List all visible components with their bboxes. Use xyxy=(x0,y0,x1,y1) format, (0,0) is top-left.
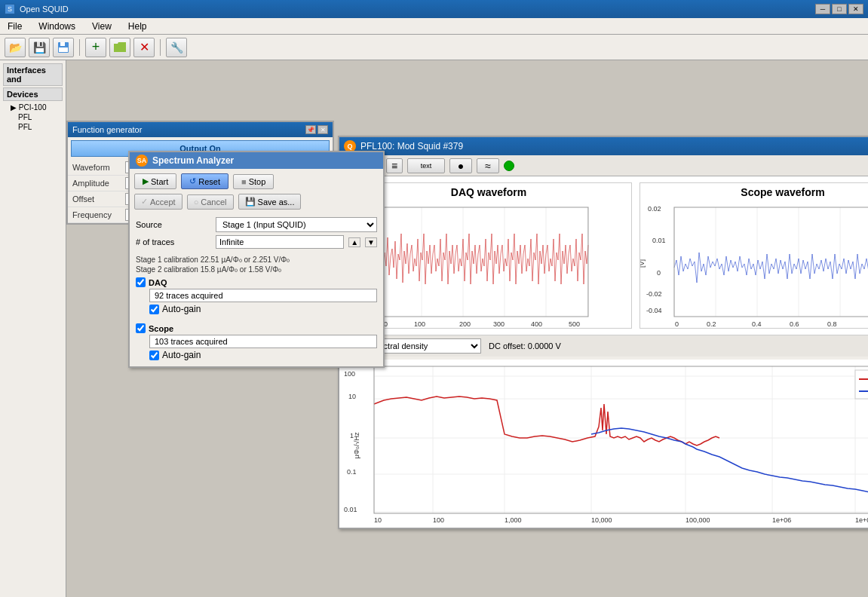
open-button[interactable]: 📂 xyxy=(5,38,26,57)
svg-text:0.4: 0.4 xyxy=(752,320,762,328)
spectrum-chart-area: 100 10 1 0.1 0.01 µΦ₀/√Hz 10 100 1,000 1… xyxy=(339,360,868,528)
close-button[interactable]: ✕ xyxy=(848,4,863,14)
menu-file[interactable]: File xyxy=(3,20,26,32)
daq-autogain-checkbox[interactable] xyxy=(149,305,159,314)
panel-controls[interactable]: 📌 ✕ xyxy=(305,125,328,134)
function-generator-title-bar: Function generator 📌 ✕ xyxy=(68,122,333,137)
daq-label: DAQ xyxy=(149,278,167,287)
spectrum-scope-line xyxy=(591,428,868,500)
scope-waveform-chart: Scope waveform 0.02 0.01 0 -0.02 -0.04 [… xyxy=(639,182,868,329)
svg-text:0.6: 0.6 xyxy=(790,320,799,328)
dc-offset-label: DC offset: 0.0000 V xyxy=(489,341,561,351)
tree-item-pfl1[interactable]: PFL xyxy=(9,112,63,122)
stop-button[interactable]: ■ Stop xyxy=(233,174,274,189)
pfl-btn6[interactable]: ≈ xyxy=(477,158,499,173)
svg-text:10: 10 xyxy=(374,516,382,524)
svg-text:-0.02: -0.02 xyxy=(646,290,662,298)
folder-button[interactable] xyxy=(109,38,130,57)
device-tree: ▶ PCI-100 PFL PFL xyxy=(3,103,63,132)
source-label: Source xyxy=(136,220,211,229)
daq-checkbox[interactable] xyxy=(136,277,146,287)
svg-text:100,000: 100,000 xyxy=(686,516,710,524)
stage1-calib: Stage 1 calibration 22.51 µA/Φ₀ or 2.251… xyxy=(130,255,383,265)
sa-form: Source Stage 1 (Input SQUID) # of traces… xyxy=(130,214,383,255)
pfl-btn5[interactable]: ● xyxy=(449,158,472,173)
folder-icon xyxy=(113,41,127,54)
menu-windows[interactable]: Windows xyxy=(34,20,80,32)
frequency-label: Frequency xyxy=(72,210,125,219)
panel-close-button[interactable]: ✕ xyxy=(317,125,328,134)
pfl-btn3[interactable]: ≡ xyxy=(386,158,403,173)
svg-text:0.8: 0.8 xyxy=(827,320,837,328)
delete-button[interactable]: ✕ xyxy=(133,38,155,57)
svg-text:1,000: 1,000 xyxy=(505,516,522,524)
pfl-toolbar: ⟵ ● ≡ text ● ≈ xyxy=(339,155,868,176)
panel-pin-button[interactable]: 📌 xyxy=(305,125,316,134)
stage1-calib-value: 22.51 µA/Φ₀ or 2.251 V/Φ₀ xyxy=(201,256,290,264)
accept-button[interactable]: ✓ Accept xyxy=(134,194,182,210)
scope-status: 103 traces acquired xyxy=(149,335,377,348)
traces-spinner-down[interactable]: ▼ xyxy=(365,237,377,247)
start-icon: ▶ xyxy=(143,176,149,186)
devices-header: Devices xyxy=(3,87,63,101)
svg-text:0: 0 xyxy=(657,269,661,277)
settings-button[interactable]: 🔧 xyxy=(166,38,187,57)
cancel-label: Cancel xyxy=(201,197,226,207)
pfl-window: Q PFL100: Mod Squid #379 ─ □ ✕ ⟵ ● ≡ tex… xyxy=(338,136,868,529)
traces-spinner-up[interactable]: ▲ xyxy=(348,237,360,247)
minimize-button[interactable]: ─ xyxy=(815,4,830,14)
daq-waveform-svg: 0.008 0.006 0.004 0.002 0 -0.002 -0.004 … xyxy=(346,200,603,328)
reset-button[interactable]: ↺ Reset xyxy=(181,173,229,189)
tree-item-pci[interactable]: ▶ PCI-100 xyxy=(9,103,63,112)
svg-rect-1 xyxy=(60,42,65,46)
svg-text:0: 0 xyxy=(675,320,679,328)
content-area: Function generator 📌 ✕ Output On Wavefor… xyxy=(66,60,868,597)
scope-autogain-checkbox[interactable] xyxy=(149,351,159,360)
pfl-title: PFL100: Mod Squid #379 xyxy=(360,141,463,152)
daq-autogain-row: Auto-gain xyxy=(149,304,377,314)
title-bar: S Open SQUID ─ □ ✕ xyxy=(0,0,868,18)
save-as-button[interactable]: 💾 Save as... xyxy=(238,194,302,210)
svg-text:[V]: [V] xyxy=(640,259,646,268)
accept-icon: ✓ xyxy=(141,197,148,207)
amplitude-label: Amplitude xyxy=(72,179,125,188)
maximize-button[interactable]: □ xyxy=(832,4,847,14)
devices-label: Devices xyxy=(7,90,38,99)
daq-autogain-label: Auto-gain xyxy=(162,304,201,314)
spectrum-title: Spectrum Analyzer xyxy=(152,155,234,166)
pfl-btn4[interactable]: text xyxy=(407,158,445,173)
scope-checkbox[interactable] xyxy=(136,323,146,333)
scope-waveform-svg: 0.02 0.01 0 -0.02 -0.04 [V] 0 0.2 0.4 0.… xyxy=(640,200,868,328)
save-alt-button[interactable] xyxy=(53,38,74,57)
svg-text:10,000: 10,000 xyxy=(591,516,612,524)
stop-label: Stop xyxy=(249,177,266,186)
save-as-label: Save as... xyxy=(258,197,295,207)
traces-input[interactable] xyxy=(216,235,344,249)
svg-text:100: 100 xyxy=(433,516,444,524)
tree-item-pfl2[interactable]: PFL xyxy=(9,122,63,132)
cancel-button[interactable]: ○ Cancel xyxy=(187,194,234,210)
function-generator-title: Function generator xyxy=(72,125,142,134)
toolbar: 📂 💾 + ✕ 🔧 xyxy=(0,35,868,60)
scope-label: Scope xyxy=(149,324,173,333)
start-button[interactable]: ▶ Start xyxy=(134,173,176,189)
scope-waveform-line xyxy=(674,253,868,283)
traces-label: # of traces xyxy=(136,237,211,246)
window-controls[interactable]: ─ □ ✕ xyxy=(815,4,863,14)
svg-text:400: 400 xyxy=(531,320,542,328)
traces-row: # of traces ▲ ▼ xyxy=(136,235,377,249)
reset-label: Reset xyxy=(198,177,220,186)
app-icon: S xyxy=(5,4,15,14)
menu-view[interactable]: View xyxy=(87,20,116,32)
save-button[interactable]: 💾 xyxy=(29,38,50,57)
waveform-label: Waveform xyxy=(72,163,125,172)
menu-bar: File Windows View Help xyxy=(0,18,868,35)
source-select[interactable]: Stage 1 (Input SQUID) xyxy=(216,217,377,232)
add-button[interactable]: + xyxy=(85,38,106,57)
sa-actions-toolbar: ✓ Accept ○ Cancel 💾 Save as... xyxy=(130,194,383,214)
menu-help[interactable]: Help xyxy=(124,20,152,32)
daq-waveform-line xyxy=(380,234,588,284)
stage2-calib-label: Stage 2 calibration xyxy=(136,265,198,274)
save-as-icon: 💾 xyxy=(245,197,256,207)
spectrum-chart-svg: 100 10 1 0.1 0.01 µΦ₀/√Hz 10 100 1,000 1… xyxy=(342,363,868,525)
